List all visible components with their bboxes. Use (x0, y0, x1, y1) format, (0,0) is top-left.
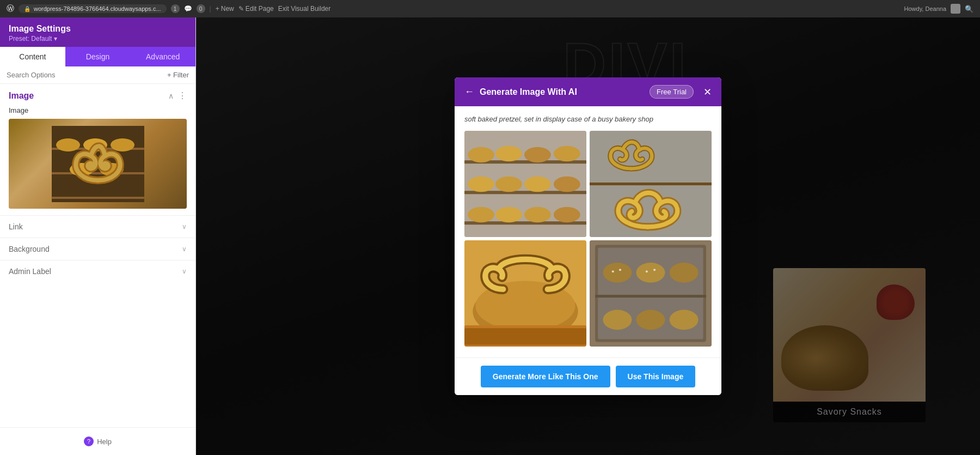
exit-builder-button[interactable]: Exit Visual Builder (278, 5, 331, 13)
tab-content[interactable]: Content (0, 47, 65, 66)
admin-label-section-chevron: ∨ (182, 268, 187, 275)
circle-badge-0: 0 (197, 4, 205, 13)
new-button[interactable]: + New (216, 5, 234, 13)
browser-bar: Ⓦ 🔒 wordpress-784896-3766464.cloudwaysap… (0, 0, 980, 17)
grid-image-3-inner (464, 240, 586, 347)
modal-footer: Generate More Like This One Use This Ima… (455, 357, 721, 395)
grid-image-4-inner (590, 240, 712, 347)
separator: | (210, 5, 211, 13)
modal-close-button[interactable]: ✕ (703, 86, 712, 98)
url-bar: 🔒 wordpress-784896-3766464.cloudwaysapps… (19, 4, 167, 13)
link-section[interactable]: Link ∨ (0, 215, 195, 238)
sidebar-tabs: Content Design Advanced (0, 47, 195, 66)
modal-body: soft baked pretzel, set in display case … (455, 106, 721, 357)
filter-label: + Filter (167, 71, 189, 79)
grid-image-2-inner (590, 131, 712, 237)
plus-icon: + (216, 5, 219, 13)
circle-badge-1: 1 (171, 4, 180, 13)
howdy-text: Howdy, Deanna (904, 5, 946, 12)
preset-selector[interactable]: Preset: Default ▾ (9, 35, 187, 43)
preset-label: Preset: Default (9, 35, 52, 43)
image-section-title: Image (9, 91, 34, 101)
link-section-chevron: ∨ (182, 223, 187, 230)
sidebar-title: Image Settings (9, 24, 187, 34)
link-section-label: Link (9, 222, 23, 231)
background-section[interactable]: Background ∨ (0, 238, 195, 260)
image-label: Image (0, 104, 195, 119)
main-layout: Image Settings Preset: Default ▾ Content… (0, 17, 980, 455)
modal-title: Generate Image With AI (480, 87, 644, 97)
section-controls: ∧ ⋮ (168, 90, 187, 101)
background-section-label: Background (9, 245, 50, 253)
prompt-text: soft baked pretzel, set in display case … (464, 115, 712, 123)
comment-icon: 💬 (184, 5, 192, 13)
tab-advanced[interactable]: Advanced (130, 47, 195, 66)
sidebar: Image Settings Preset: Default ▾ Content… (0, 17, 196, 455)
grid-image-1-inner (464, 131, 586, 237)
grid-image-1[interactable] (464, 131, 586, 237)
grid-image-4[interactable] (590, 240, 712, 347)
pencil-icon: ✎ (238, 5, 244, 13)
modal-header: ← Generate Image With AI Free Trial ✕ (455, 77, 721, 106)
ai-image-modal: ← Generate Image With AI Free Trial ✕ so… (455, 77, 721, 395)
svg-point-5 (56, 138, 80, 151)
sidebar-footer: ? Help (0, 427, 195, 455)
svg-rect-3 (52, 172, 144, 174)
preset-chevron: ▾ (54, 35, 57, 43)
canvas-area: DIVI RY Savory Snacks ← Generate Image W… (196, 17, 980, 455)
search-area: + Filter (0, 66, 195, 84)
tab-design[interactable]: Design (65, 47, 131, 66)
svg-point-7 (111, 138, 134, 151)
free-trial-badge[interactable]: Free Trial (650, 85, 694, 99)
help-icon: ? (84, 436, 94, 446)
exit-builder-label: Exit Visual Builder (278, 5, 331, 13)
edit-page-label: Edit Page (246, 5, 274, 13)
admin-label-section-label: Admin Label (9, 267, 51, 276)
edit-page-button[interactable]: ✎ Edit Page (238, 5, 274, 13)
search-input[interactable] (7, 71, 163, 79)
pretzel-svg (52, 126, 144, 202)
grid-image-2[interactable] (590, 131, 712, 237)
modal-overlay: ← Generate Image With AI Free Trial ✕ so… (196, 17, 980, 455)
search-icon[interactable]: 🔍 (965, 5, 973, 13)
svg-rect-49 (595, 245, 706, 342)
generate-more-button[interactable]: Generate More Like This One (481, 366, 610, 387)
svg-rect-26 (464, 131, 586, 237)
help-label: Help (97, 438, 112, 446)
sidebar-header: Image Settings Preset: Default ▾ (0, 17, 195, 47)
section-dots-menu[interactable]: ⋮ (178, 90, 187, 101)
lock-icon: 🔒 (24, 6, 30, 12)
svg-rect-34 (464, 328, 586, 345)
use-image-button[interactable]: Use This Image (616, 366, 696, 387)
svg-rect-29 (590, 183, 712, 185)
background-section-chevron: ∨ (182, 245, 187, 253)
image-section-header: Image ∧ ⋮ (0, 84, 195, 104)
wp-icon: Ⓦ (7, 4, 14, 14)
url-text: wordpress-784896-3766464.cloudwaysapps.c… (34, 5, 161, 12)
admin-label-section[interactable]: Admin Label ∨ (0, 260, 195, 282)
help-button[interactable]: ? Help (84, 436, 112, 446)
image-grid (464, 131, 712, 347)
modal-back-button[interactable]: ← (464, 86, 474, 98)
grid-image-3[interactable] (464, 240, 586, 347)
section-collapse-chevron[interactable]: ∧ (168, 92, 174, 100)
avatar (951, 4, 960, 14)
image-preview[interactable] (9, 119, 187, 209)
svg-rect-4 (52, 197, 144, 199)
new-label: New (221, 5, 234, 13)
filter-button[interactable]: + Filter (167, 71, 189, 79)
